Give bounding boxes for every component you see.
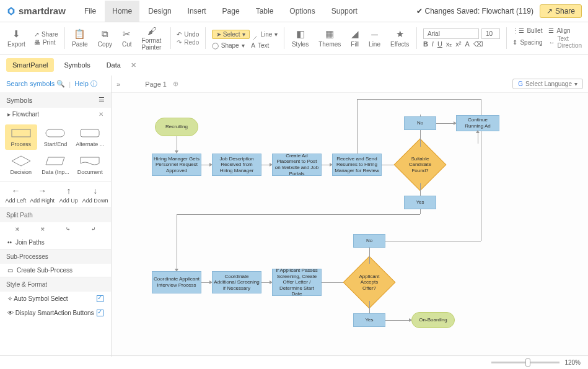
menu-icon[interactable]: ☰: [99, 96, 105, 104]
menu-design[interactable]: Design: [141, 1, 178, 22]
tab-smartpanel[interactable]: SmartPanel: [6, 58, 54, 72]
split-down[interactable]: ⤶: [81, 226, 106, 232]
select-tool[interactable]: ➤ Select ▾ ⟋ Line ▾: [212, 27, 278, 41]
shape-document[interactable]: Document: [74, 152, 106, 178]
split-left[interactable]: ⤧: [30, 226, 56, 232]
shape-data[interactable]: Data (Inp...: [40, 152, 72, 178]
node-no-2[interactable]: No: [353, 234, 385, 248]
join-paths-button[interactable]: •• Join Paths: [0, 236, 111, 249]
app-logo: smartdraw: [6, 6, 66, 16]
shape-decision[interactable]: Decision: [5, 152, 37, 178]
node-recruiting[interactable]: Recruiting: [155, 118, 198, 136]
paste-button[interactable]: 📋Paste: [68, 25, 92, 51]
tab-data[interactable]: Data: [100, 58, 127, 72]
node-receive-resumes[interactable]: Receive and Send Resumes to Hiring Manag…: [332, 154, 382, 176]
symbols-heading: Symbols: [6, 97, 32, 104]
text-direction-button[interactable]: ↔ Text Direction: [549, 35, 582, 49]
node-continue-ad[interactable]: Continue Running Ad: [456, 115, 499, 131]
close-panel-icon[interactable]: ✕: [131, 61, 136, 69]
format-painter-button[interactable]: 🖌Format Painter: [138, 25, 167, 51]
menu-home[interactable]: Home: [105, 1, 139, 22]
close-lib-icon[interactable]: ✕: [99, 111, 103, 118]
node-onboarding[interactable]: On-Boarding: [411, 312, 455, 328]
menu-options[interactable]: Options: [282, 1, 322, 22]
italic-button[interactable]: I: [432, 40, 434, 48]
add-page-icon[interactable]: ⊕: [173, 80, 178, 88]
style-format-heading: Style & Format: [0, 277, 111, 292]
copy-button[interactable]: ⧉Copy: [94, 25, 116, 51]
zoom-level: 120%: [564, 359, 581, 366]
superscript-button[interactable]: x²: [455, 40, 461, 48]
menu-page[interactable]: Page: [215, 1, 247, 22]
node-coordinate-interview[interactable]: Coordinate Applicant Interview Process: [152, 271, 201, 293]
line-style-button[interactable]: ─Line: [365, 25, 384, 51]
canvas[interactable]: Recruiting Hiring Manager Gets Personnel…: [112, 93, 588, 357]
add-right-button[interactable]: →Add Right: [29, 186, 56, 204]
split-up[interactable]: ⤷: [56, 226, 81, 232]
node-yes-1[interactable]: Yes: [404, 196, 436, 209]
cut-button[interactable]: ✂Cut: [118, 25, 136, 51]
styles-button[interactable]: ◧Styles: [288, 25, 312, 51]
node-additional-screening[interactable]: Coordinate Additional Screening if Neces…: [212, 271, 261, 293]
node-job-desc[interactable]: Job Description Received from Hiring Man…: [212, 154, 261, 176]
subscript-button[interactable]: x₂: [446, 40, 452, 48]
node-suitable-candidate[interactable]: Suitable Candidate Found?: [402, 146, 439, 183]
menu-insert[interactable]: Insert: [180, 1, 214, 22]
undo-button[interactable]: ↶ Undo: [177, 31, 199, 38]
create-subprocess-button[interactable]: ▭ Create Sub-Process: [0, 264, 111, 277]
add-up-button[interactable]: ↑Add Up: [56, 186, 82, 204]
menu-table[interactable]: Table: [248, 1, 281, 22]
shape-process[interactable]: Process: [5, 124, 37, 150]
save-status: ✔ Changes Saved: Flowchart (119): [416, 7, 533, 15]
subprocess-heading: Sub-Processes: [0, 249, 111, 264]
shape-startend[interactable]: Start/End: [40, 124, 72, 150]
node-yes-2[interactable]: Yes: [353, 313, 385, 327]
spacing-button[interactable]: ⇕ Spacing: [512, 35, 542, 49]
font-select[interactable]: Arial: [423, 28, 479, 39]
redo-button[interactable]: ↷ Redo: [177, 39, 199, 46]
page-label[interactable]: Page 1: [145, 80, 167, 88]
search-symbols-link[interactable]: Search symbols 🔍: [6, 80, 65, 88]
split-right[interactable]: ⤨: [5, 226, 30, 232]
share-button[interactable]: ↗ Share: [540, 4, 582, 18]
zoom-slider[interactable]: [491, 362, 559, 363]
svg-rect-1: [46, 129, 64, 137]
node-hiring-manager[interactable]: Hiring Manager Gets Personnel Request Ap…: [152, 154, 201, 176]
expand-icon[interactable]: »: [116, 80, 120, 88]
font-size-select[interactable]: 10: [481, 28, 500, 39]
add-left-button[interactable]: ←Add Left: [2, 186, 29, 204]
fill-button[interactable]: ◢Fill: [347, 25, 362, 51]
effects-button[interactable]: ★Effects: [387, 25, 413, 51]
font-color-button[interactable]: A: [465, 40, 470, 48]
themes-button[interactable]: ▦Themes: [315, 25, 344, 51]
svg-marker-3: [12, 156, 30, 166]
bold-button[interactable]: B: [423, 40, 428, 48]
node-accepts-offer[interactable]: Applicant Accepts Offer?: [351, 264, 388, 301]
tab-symbols[interactable]: Symbols: [58, 58, 96, 72]
node-offer-letter[interactable]: If Applicant Passes Screening, Create Of…: [272, 269, 322, 296]
smartaction-toggle[interactable]: 👁 Display SmartAction Buttons: [0, 306, 111, 320]
menu-support[interactable]: Support: [324, 1, 365, 22]
menu-file[interactable]: File: [77, 1, 103, 22]
help-link[interactable]: Help ⓘ: [74, 79, 97, 89]
node-no-1[interactable]: No: [404, 116, 436, 130]
svg-marker-4: [46, 157, 64, 165]
auto-symbol-toggle[interactable]: ✧ Auto Symbol Select: [0, 292, 111, 306]
align-button[interactable]: ☰ Align: [548, 27, 570, 34]
add-down-button[interactable]: ↓Add Down: [82, 186, 108, 204]
node-create-ad[interactable]: Create Ad Placement to Post on Website a…: [272, 154, 322, 176]
shape-tool[interactable]: ◯ Shape ▾ A Text: [212, 42, 278, 49]
print-button[interactable]: 🖶 Print: [34, 39, 58, 46]
svg-rect-2: [81, 129, 99, 137]
shape-alternate[interactable]: Alternate ...: [74, 124, 106, 150]
bullet-button[interactable]: ⋮☰ Bullet: [512, 27, 542, 34]
library-dropdown[interactable]: ▸ Flowchart: [7, 111, 39, 118]
share-ribbon[interactable]: ↗ Share: [34, 31, 58, 38]
export-button[interactable]: ⬇Export: [4, 25, 29, 51]
svg-rect-0: [12, 129, 30, 137]
language-select[interactable]: G Select Language ▾: [512, 79, 583, 89]
underline-button[interactable]: U: [437, 40, 442, 48]
split-path-heading: Split Path: [0, 207, 111, 222]
clear-format-button[interactable]: ⌫: [473, 40, 483, 48]
